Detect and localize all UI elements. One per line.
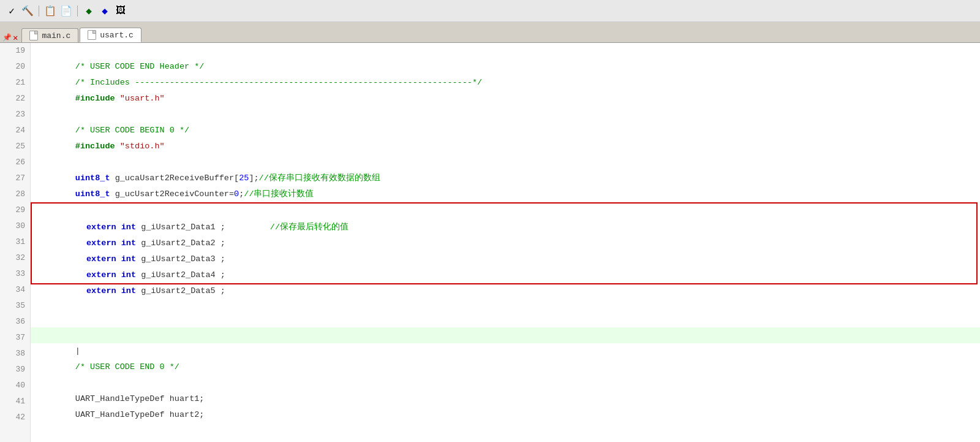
code-line-22	[31, 91, 980, 107]
code-line-34	[31, 311, 980, 327]
code-line-36: /* USER CODE END 0 */	[31, 343, 980, 359]
code-line-23: /* USER CODE BEGIN 0 */	[31, 107, 980, 123]
line-numbers: 19 20 21 22 23 24 25 26 27 28 29 30 31 3…	[0, 43, 31, 442]
code-line-29: extern int g_iUsart2_Data1 ; //保存最后转化的值	[32, 204, 976, 219]
usart-c-file-icon	[88, 30, 96, 40]
code-line-26: uint8_t g_ucaUsart2ReceiveBuffer[25];//保…	[31, 154, 980, 170]
diamond-blue-icon[interactable]: ◆	[98, 4, 111, 18]
tab-usart-c[interactable]: usart.c	[80, 28, 141, 42]
top-toolbar: ✓ 🔨 📋 📄 ◆ ◆ 🖼	[0, 0, 980, 22]
red-highlight-box: extern int g_iUsart2_Data1 ; //保存最后转化的值 …	[31, 202, 978, 284]
picture-icon[interactable]: 🖼	[114, 4, 127, 18]
toolbar-sep-2	[77, 6, 78, 17]
close-all-icon[interactable]: ✕	[13, 34, 18, 42]
tab-main-c-label: main.c	[42, 31, 70, 40]
diamond-green-icon[interactable]: ◆	[82, 4, 96, 18]
code-area[interactable]: 19 20 21 22 23 24 25 26 27 28 29 30 31 3…	[0, 43, 980, 442]
wrench-icon[interactable]: 🔨	[21, 4, 34, 18]
copy-icon[interactable]: 📋	[43, 4, 57, 18]
tab-bar: 📌 ✕ main.c usart.c	[0, 22, 980, 43]
toolbar-sep-1	[39, 6, 39, 17]
tab-pin-area: 📌 ✕	[2, 33, 18, 42]
tab-main-c[interactable]: main.c	[21, 28, 78, 42]
code-content[interactable]: /* USER CODE END Header */ /* Includes -…	[31, 43, 980, 442]
code-line-25	[31, 139, 980, 154]
code-line-41: /* USART1 init function */	[31, 423, 980, 439]
code-line-19: /* USER CODE END Header */	[31, 43, 980, 59]
code-line-35: |	[31, 327, 980, 343]
editor-container: 📌 ✕ main.c usart.c 19 20 21 22 23 24 25 …	[0, 22, 980, 442]
code-line-38: UART_HandleTypeDef huart1;	[31, 375, 980, 391]
main-c-file-icon	[29, 31, 38, 40]
tab-usart-c-label: usart.c	[100, 31, 134, 40]
pin-icon[interactable]: 📌	[2, 33, 12, 42]
page-icon[interactable]: 📄	[59, 4, 73, 18]
check-icon[interactable]: ✓	[5, 4, 18, 18]
